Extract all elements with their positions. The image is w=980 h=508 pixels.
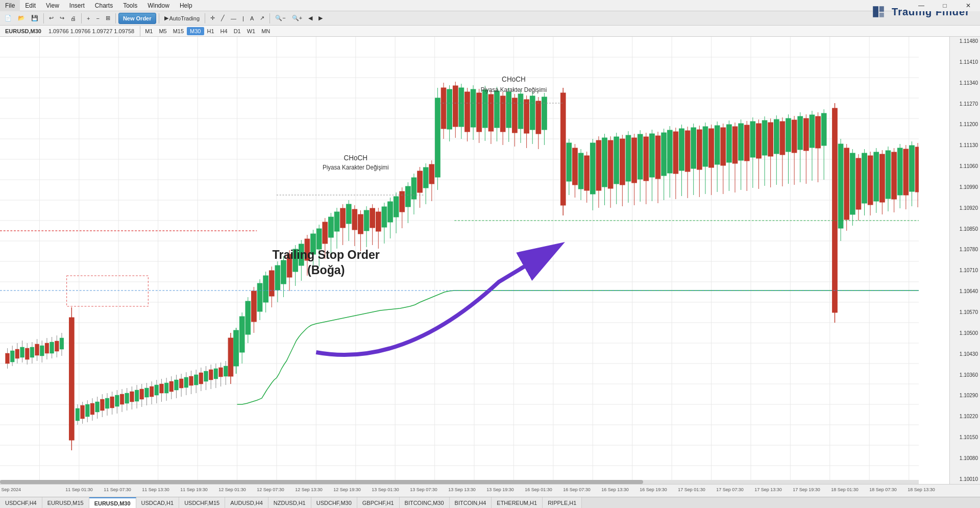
svg-rect-220 [477, 93, 482, 132]
time-label: 18 Sep 07:30 [869, 487, 897, 492]
svg-rect-324 [798, 116, 803, 150]
redo-button[interactable]: ↪ [57, 13, 67, 24]
scroll-right[interactable]: ▶ [316, 13, 325, 24]
tab-usdchf-h4[interactable]: USDCHF,H4 [0, 497, 42, 509]
fit-screen-button[interactable]: ⊞ [103, 13, 113, 24]
crosshair-button[interactable]: ✛ [208, 13, 217, 24]
svg-rect-334 [832, 108, 838, 312]
svg-rect-138 [234, 330, 239, 366]
new-chart-button[interactable]: 📄 [2, 13, 14, 24]
menu-tools[interactable]: Tools [118, 0, 142, 11]
toolbar-separator-4 [159, 13, 159, 23]
menu-edit[interactable]: Edit [20, 0, 41, 11]
svg-rect-200 [418, 171, 423, 192]
tf-m30[interactable]: M30 [187, 27, 204, 35]
zoom-out-chart[interactable]: 🔍− [273, 13, 288, 24]
scroll-left[interactable]: ◀ [306, 13, 315, 24]
menu-window[interactable]: Window [142, 0, 175, 11]
chart-container[interactable]: CHoCH Piyasa Karakter Değişimi CHoCH Piy… [0, 37, 980, 484]
tab-nzdusd-h1[interactable]: NZDUSD,H1 [268, 497, 311, 509]
autotrading-button[interactable]: ▶ AutoTrading [162, 13, 203, 24]
text-button[interactable]: A [248, 13, 256, 24]
svg-rect-62 [40, 346, 44, 356]
vline-button[interactable]: | [240, 13, 247, 24]
svg-rect-318 [780, 122, 785, 155]
time-label: 16 Sep 01:30 [525, 487, 552, 492]
menu-view[interactable]: View [41, 0, 64, 11]
svg-rect-120 [189, 376, 193, 385]
choch2-subtitle: Piyasa Karakter Değişimi [481, 86, 547, 93]
undo-button[interactable]: ↩ [46, 13, 56, 24]
tab-bitcoin-m30[interactable]: BITCOINC,M30 [400, 497, 450, 509]
svg-rect-320 [786, 118, 791, 152]
open-button[interactable]: 📂 [15, 13, 28, 24]
price-tick: 1.11340 [950, 80, 980, 87]
tf-d1[interactable]: D1 [231, 27, 244, 35]
svg-rect-168 [323, 222, 328, 244]
zoom-out-button[interactable]: − [93, 13, 102, 24]
svg-rect-214 [459, 88, 464, 127]
tab-ethereum-h1[interactable]: ETHEREUM,H1 [492, 497, 543, 509]
menu-help[interactable]: Help [175, 0, 198, 11]
choch1-title: CHoCH [344, 154, 368, 162]
arrow-button[interactable]: ↗ [257, 13, 267, 24]
svg-rect-240 [536, 101, 541, 134]
svg-rect-98 [135, 390, 139, 401]
menu-insert[interactable]: Insert [64, 0, 90, 11]
tab-ripple-h1[interactable]: RIPPLE,H1 [543, 497, 582, 509]
svg-rect-50 [10, 351, 14, 362]
menu-file[interactable]: File [0, 0, 20, 11]
svg-rect-350 [880, 154, 885, 202]
svg-rect-172 [334, 212, 339, 231]
svg-rect-360 [910, 146, 915, 191]
time-label: 13 Sep 01:30 [372, 487, 399, 492]
maximize-button[interactable]: □ [933, 0, 957, 11]
close-button[interactable]: ✕ [957, 0, 980, 11]
svg-rect-314 [768, 123, 773, 156]
tab-usdcad-h1[interactable]: USDCAD,H1 [136, 497, 180, 509]
tab-bitcoin-h4[interactable]: BITCOIN,H4 [450, 497, 492, 509]
toolbar: 📄 📂 💾 ↩ ↪ 🖨 + − ⊞ New Order ▶ AutoTradin… [0, 11, 980, 26]
svg-rect-354 [892, 152, 897, 199]
svg-rect-102 [145, 388, 149, 397]
svg-rect-136 [228, 338, 233, 376]
tf-h1[interactable]: H1 [204, 27, 217, 35]
time-label: 17 Sep 13:30 [754, 487, 782, 492]
print-button[interactable]: 🖨 [68, 13, 79, 24]
hline-button[interactable]: — [228, 13, 239, 24]
zoom-in-button[interactable]: + [84, 13, 92, 24]
tf-m15[interactable]: M15 [170, 27, 187, 35]
tf-h4[interactable]: H4 [217, 27, 231, 35]
svg-rect-126 [204, 371, 208, 381]
svg-rect-100 [140, 389, 144, 399]
svg-rect-180 [358, 214, 363, 234]
svg-rect-272 [644, 137, 649, 181]
zoom-in-chart[interactable]: 🔍+ [289, 13, 305, 24]
tf-w1[interactable]: W1 [244, 27, 259, 35]
tf-m1[interactable]: M1 [142, 27, 156, 35]
chart-scrollbar[interactable] [0, 480, 919, 484]
svg-rect-202 [423, 167, 428, 188]
menu-charts[interactable]: Charts [90, 0, 118, 11]
svg-rect-294 [709, 129, 714, 167]
new-order-button[interactable]: New Order [118, 13, 156, 24]
svg-rect-144 [252, 291, 257, 322]
tab-usdchf-m15[interactable]: USDCHF,M15 [179, 497, 225, 509]
tab-eurusd-m30[interactable]: EURUSD,M30 [89, 497, 136, 509]
svg-rect-340 [850, 153, 855, 214]
line-button[interactable]: ╱ [218, 13, 227, 24]
window-controls[interactable]: — □ ✕ [910, 0, 980, 11]
tf-m5[interactable]: M5 [156, 27, 169, 35]
save-button[interactable]: 💾 [29, 13, 41, 24]
tab-gbpchf-h1[interactable]: GBPCHF,H1 [357, 497, 400, 509]
tf-mn[interactable]: MN [258, 27, 273, 35]
tab-eurusd-m15[interactable]: EURUSD,M15 [42, 497, 89, 509]
scrollbar-thumb[interactable] [0, 480, 643, 484]
svg-rect-286 [685, 131, 690, 172]
minimize-button[interactable]: — [910, 0, 933, 11]
svg-rect-278 [662, 133, 667, 176]
svg-rect-204 [429, 164, 434, 184]
price-tick: 1.10500 [950, 330, 980, 337]
tab-usdchf-m30[interactable]: USDCHF,M30 [311, 497, 357, 509]
tab-audusd-h4[interactable]: AUDUSD,H4 [225, 497, 268, 509]
